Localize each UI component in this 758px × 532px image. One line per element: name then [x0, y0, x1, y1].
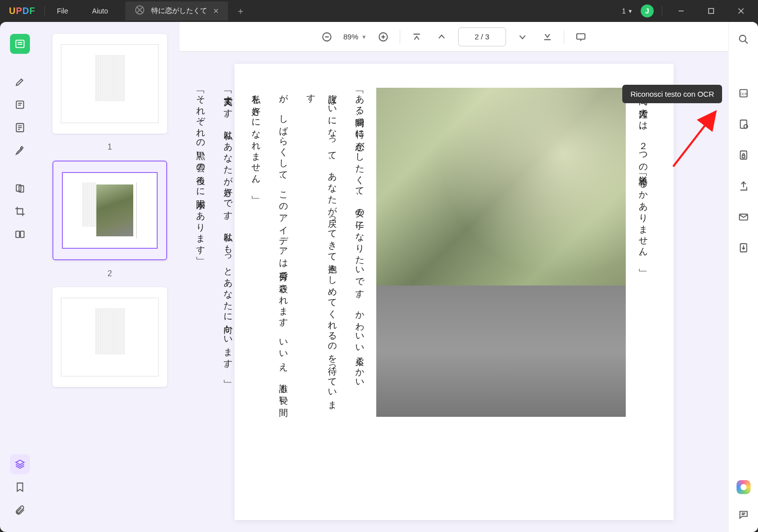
thumbnail-label-2: 2 — [108, 269, 112, 278]
titlebar: UPDF File Aiuto 特に恋がしたくて ✕ ＋ 1 ▼ J — [0, 0, 758, 22]
svg-rect-36 — [742, 156, 745, 158]
export-button[interactable] — [735, 239, 752, 256]
page-number-input[interactable]: 2 / 3 — [458, 27, 506, 46]
svg-rect-15 — [20, 147, 23, 149]
page-number-value: 2 / 3 — [475, 32, 489, 41]
document-tab[interactable]: 特に恋がしたくて ✕ — [125, 1, 228, 20]
page-content: 「時間の大鐘では、２つの単語「今」しかありません。」 「ある瞬間、特に恋がしたく… — [235, 64, 674, 520]
last-page-button[interactable] — [539, 28, 556, 45]
new-tab-button[interactable]: ＋ — [228, 5, 253, 17]
thumbnail-preview-image — [96, 184, 133, 236]
reader-mode-button[interactable] — [10, 34, 30, 54]
zoom-value: 89% — [343, 32, 358, 41]
form-button[interactable] — [735, 116, 752, 133]
window-count-value: 1 — [622, 7, 626, 15]
ai-assistant-icon[interactable] — [737, 480, 751, 494]
svg-rect-2 — [709, 8, 714, 13]
left-toolbar — [0, 22, 40, 532]
text-column-1: 「ある瞬間、特に恋がしたくて、女の子になりたいです。かわいい柔らかい — [349, 88, 370, 417]
ocr-button[interactable]: OCR — [735, 85, 752, 102]
chevron-down-icon: ▼ — [628, 8, 633, 14]
svg-line-30 — [745, 41, 748, 44]
menu-help[interactable]: Aiuto — [80, 7, 120, 15]
view-toolbar: 89% ▼ 2 / 3 — [180, 22, 728, 52]
tab-title: 特に恋がしたくて — [151, 6, 207, 15]
layers-panel-button[interactable] — [10, 454, 30, 474]
menu-file[interactable]: File — [45, 7, 80, 15]
svg-rect-33 — [740, 120, 747, 129]
svg-text:OCR: OCR — [740, 92, 747, 96]
next-page-button[interactable] — [514, 28, 531, 45]
window-count[interactable]: 1 ▼ — [622, 7, 633, 15]
text-column-2: 腹ばいになって、あなたが戻ってきて抱きしめてくれるのを待っています — [300, 88, 343, 417]
text-column-4: 私を好きになれません。」 — [245, 88, 266, 207]
organize-pages-tool[interactable] — [10, 178, 30, 198]
thumbnail-panel: 1 2 — [40, 22, 180, 532]
page-thumbnail-1[interactable] — [52, 34, 167, 134]
svg-rect-27 — [577, 33, 585, 39]
text-column-7: 「時間の大鐘では、２つの単語「今」しかありません。」 — [180, 88, 184, 417]
eyedrop-tool[interactable] — [10, 141, 30, 161]
zoom-in-button[interactable] — [375, 28, 392, 45]
first-page-button[interactable] — [408, 28, 425, 45]
thumbnail-label-1: 1 — [108, 143, 112, 152]
page-photo — [376, 88, 626, 417]
page-thumbnail-3[interactable] — [52, 287, 167, 387]
note-tool[interactable] — [10, 118, 30, 138]
app-logo: UPDF — [0, 6, 44, 16]
ocr-tooltip: Riconosci testo con OCR — [622, 85, 722, 103]
text-column-5: 「大丈夫です。私はあなたが好きです。私はもっとあなたに向かいます。」 — [217, 88, 239, 417]
svg-point-29 — [739, 35, 746, 42]
zoom-level-dropdown[interactable]: 89% ▼ — [343, 32, 367, 41]
separator — [400, 30, 400, 44]
window-close[interactable] — [730, 0, 752, 22]
separator — [564, 30, 564, 44]
window-maximize[interactable] — [700, 0, 722, 22]
tab-doc-icon — [134, 4, 145, 17]
share-button[interactable] — [735, 177, 752, 194]
presentation-button[interactable] — [572, 28, 589, 45]
zoom-out-button[interactable] — [318, 28, 335, 45]
right-toolbar: OCR — [728, 22, 758, 532]
crop-tool[interactable] — [10, 201, 30, 221]
text-column-6: 「それぞれの黒い雲の後ろに太陽があります」 — [190, 88, 211, 307]
user-avatar[interactable]: J — [641, 4, 654, 17]
text-column-far-right: 「時間の大鐘では、２つの単語「今」しかありません。」 — [632, 88, 653, 337]
highlight-tool[interactable] — [10, 72, 30, 92]
edit-tool[interactable] — [10, 95, 30, 115]
text-column-3: が、しばらくして、このアイデアは自分で殺されます。いいえ、誰も長い間 — [272, 88, 294, 417]
prev-page-button[interactable] — [433, 28, 450, 45]
page-thumbnail-2[interactable] — [52, 161, 167, 260]
page-scroll-area[interactable]: 「時間の大鐘では、２つの単語「今」しかありません。」 「ある瞬間、特に恋がしたく… — [180, 52, 728, 532]
tab-close-icon[interactable]: ✕ — [213, 7, 219, 15]
mail-button[interactable] — [735, 208, 752, 225]
window-minimize[interactable] — [670, 0, 692, 22]
comment-button[interactable] — [735, 506, 752, 523]
separator — [662, 6, 662, 16]
chevron-down-icon: ▼ — [361, 34, 367, 40]
attachment-button[interactable] — [10, 500, 30, 520]
compare-tool[interactable] — [10, 224, 30, 244]
search-button[interactable] — [735, 31, 752, 48]
bookmark-button[interactable] — [10, 477, 30, 497]
svg-rect-18 — [16, 231, 19, 238]
protect-button[interactable] — [735, 147, 752, 164]
svg-rect-19 — [20, 231, 24, 238]
